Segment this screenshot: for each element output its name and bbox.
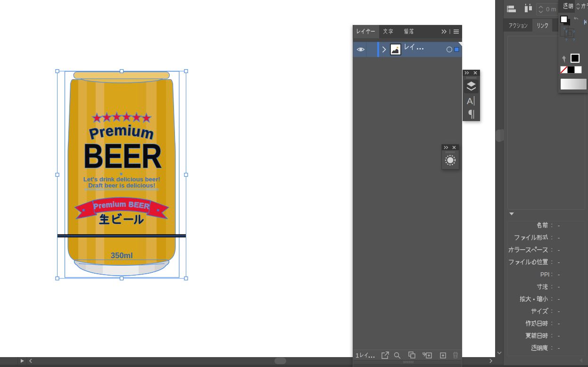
svg-text:-: - [558,345,560,351]
svg-text::: : [551,283,553,290]
svg-text::: : [551,222,553,228]
svg-text:-: - [558,308,560,315]
svg-text::: : [551,259,553,265]
svg-text:?: ? [573,38,575,41]
svg-text:-: - [558,235,560,241]
svg-text:-: - [558,271,560,278]
svg-text:?: ? [573,30,575,33]
svg-text:-: - [558,222,560,229]
svg-text::: : [551,271,553,277]
svg-text:350ml: 350ml [111,251,133,260]
svg-text:-: - [558,320,560,327]
svg-text:K: K [584,18,587,26]
svg-text::: : [551,320,553,326]
svg-text:?: ? [565,30,567,33]
svg-text:BEER: BEER [83,137,162,175]
svg-text:-: - [558,284,560,290]
svg-text::: : [551,295,553,302]
svg-text:PPI: PPI [540,271,549,278]
svg-text::: : [551,246,553,253]
svg-text:-: - [558,259,560,266]
svg-text::: : [551,234,553,241]
svg-text:1: 1 [356,352,359,359]
svg-text:?: ? [565,38,567,41]
svg-text:-: - [558,333,560,339]
svg-text:-: - [558,247,560,253]
svg-text::: : [551,332,553,339]
svg-text:-: - [558,296,560,302]
svg-text::: : [551,308,553,314]
svg-text::: : [551,344,553,351]
svg-text:A: A [467,96,473,106]
svg-text:Draft beer is delicious!: Draft beer is delicious! [88,182,155,189]
